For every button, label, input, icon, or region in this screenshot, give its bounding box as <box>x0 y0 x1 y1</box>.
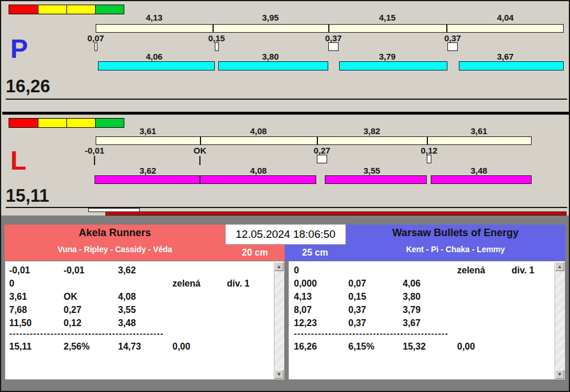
lane-p-letter: P <box>10 36 28 62</box>
leg-time-label: 3,55 <box>337 166 406 175</box>
scroll-up-icon[interactable]: ▲ <box>274 262 284 271</box>
table-row: 3,61OK4,08 <box>9 290 274 303</box>
exchange-marker-box <box>447 42 458 51</box>
table-totals-row: 16,266,15%15,320,00 <box>294 340 555 353</box>
lane-p-split-bar <box>96 24 564 33</box>
total-time-cell: 15,11 <box>9 340 64 353</box>
datetime-display: 12.05.2024 18:06:50 <box>225 224 346 245</box>
table-cell: 0,000 <box>294 277 348 290</box>
total-extra-cell: 0,00 <box>172 340 227 353</box>
table-cell: 4,08 <box>118 290 172 303</box>
table-cell: 0,15 <box>348 290 403 303</box>
table-cell: 0 <box>9 277 64 290</box>
lane-l-total-time: 15,11 <box>6 187 49 205</box>
split-bar-divider <box>446 24 447 33</box>
team-runners: Vuna - Ripley - Cassidy - Véda <box>5 245 225 254</box>
leg-time-label: 3,80 <box>236 52 305 61</box>
table-cell: 3,61 <box>9 290 64 303</box>
results-table-right: 0zelenádiv. 1 0,0000,074,06 4,130,153,80… <box>288 261 565 380</box>
vertical-scrollbar[interactable]: ▲ ▼ <box>555 262 564 379</box>
table-separator: ----------------------------------------… <box>9 330 274 338</box>
table-cell: -0,01 <box>9 264 64 277</box>
leg-time-label: 4,06 <box>120 52 188 61</box>
table-cell: 3,55 <box>118 303 172 316</box>
exchange-marker-box <box>215 42 219 51</box>
status-yellow-segment <box>38 119 67 127</box>
exchange-marker-box <box>95 42 97 51</box>
table-row: 8,070,373,79 <box>294 303 555 316</box>
exchange-marker-box <box>328 42 339 51</box>
lane-p-leg-bar <box>339 61 447 70</box>
split-time-label: 3,82 <box>337 126 406 136</box>
table-cell: div. 1 <box>227 277 274 290</box>
exchange-tick-mark <box>94 156 95 165</box>
table-cell: 3,79 <box>403 303 457 316</box>
leg-time-label: 3,48 <box>445 166 513 175</box>
split-bar-divider <box>200 136 201 145</box>
lane-p-total-time: 16,26 <box>6 77 50 95</box>
total-percent-cell: 2,56% <box>64 340 118 353</box>
lane-p-leg-bar <box>459 61 564 70</box>
table-row: 4,130,153,80 <box>294 290 555 303</box>
table-row: 7,680,273,55 <box>9 303 274 316</box>
table-cell: 3,62 <box>118 264 172 277</box>
table-cell: -0,01 <box>64 264 118 277</box>
team-name: Akela Runners <box>5 227 225 239</box>
table-cell: 3,67 <box>403 316 457 330</box>
total-percent-cell: 6,15% <box>348 340 403 353</box>
panel-divider <box>2 112 570 115</box>
table-row: 0zelenádiv. 1 <box>294 264 555 277</box>
lane-p-status-indicator <box>9 5 124 14</box>
table-cell: 8,07 <box>294 303 348 316</box>
exchange-marker-box <box>317 155 327 163</box>
table-cell: 0,37 <box>348 316 403 330</box>
scroll-up-icon[interactable]: ▲ <box>555 262 564 271</box>
exchange-time-label: 0,12 <box>409 146 449 155</box>
results-table-body: 0zelenádiv. 1 0,0000,074,06 4,130,153,80… <box>289 264 555 379</box>
table-row: 11,500,123,48 <box>9 316 274 330</box>
total-net-cell: 14,73 <box>118 340 172 353</box>
split-bar-divider <box>317 136 318 145</box>
split-bar-divider <box>427 136 428 145</box>
leg-time-label: 3,79 <box>353 52 422 61</box>
results-table-left: -0,01-0,013,62 0zelenádiv. 1 3,61OK4,08 … <box>5 261 285 380</box>
table-cell: 0 <box>294 264 348 277</box>
exchange-time-label: -0,01 <box>74 146 115 155</box>
team-name: Warsaw Bullets of Energy <box>345 227 565 239</box>
scroll-down-icon[interactable]: ▼ <box>274 370 284 379</box>
lane-l-leg-bar <box>200 175 316 184</box>
exchange-time-label: 0,27 <box>302 146 342 155</box>
status-yellow-segment <box>38 5 67 14</box>
total-time-cell: 16,26 <box>294 340 348 353</box>
progress-bar-red <box>105 211 567 215</box>
table-cell: 4,13 <box>294 290 348 303</box>
table-row: -0,01-0,013,62 <box>9 264 274 277</box>
table-cell: 3,48 <box>118 316 172 330</box>
table-cell: div. 1 <box>512 264 555 277</box>
split-time-label: 4,04 <box>471 13 540 22</box>
split-time-label: 4,15 <box>353 13 422 22</box>
scroll-down-icon[interactable]: ▼ <box>555 370 564 379</box>
table-cell: 0,07 <box>348 277 403 290</box>
exchange-time-label: OK <box>180 146 220 155</box>
lane-p-leg-bar <box>98 61 215 70</box>
lane-l-letter: L <box>10 147 26 174</box>
vertical-scrollbar[interactable]: ▲ ▼ <box>274 262 284 379</box>
table-cell: zelená <box>457 264 512 277</box>
lane-l-leg-bar <box>95 175 200 184</box>
split-time-label: 4,08 <box>224 126 293 136</box>
lane-p-leg-bar <box>218 61 328 70</box>
status-yellow-segment <box>66 5 95 14</box>
table-cell: zelená <box>172 277 227 290</box>
leg-time-label: 3,62 <box>113 166 182 175</box>
exchange-time-label: 0,15 <box>196 33 237 43</box>
table-cell: 0,12 <box>64 316 118 330</box>
table-totals-row: 15,112,56%14,730,00 <box>9 340 274 353</box>
exchange-time-label: 0,37 <box>313 33 353 43</box>
exchange-time-label: 0,37 <box>433 33 473 43</box>
results-table-body: -0,01-0,013,62 0zelenádiv. 1 3,61OK4,08 … <box>5 264 274 379</box>
table-cell: 11,50 <box>9 316 64 330</box>
table-row: 0,0000,074,06 <box>294 277 555 290</box>
exchange-tick-mark <box>199 156 201 165</box>
distance-badge-right: 25 cm <box>285 245 345 261</box>
